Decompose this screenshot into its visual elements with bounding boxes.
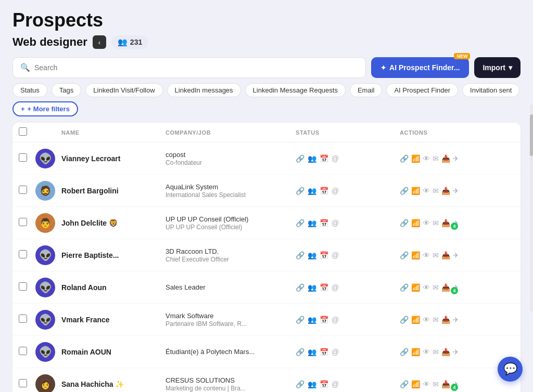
link-action-icon[interactable]: 🔗 (400, 251, 409, 259)
people-icon[interactable]: 👥 (308, 348, 316, 356)
filter-status[interactable]: Status (12, 83, 47, 97)
inbox-icon[interactable]: 📥 (441, 219, 450, 227)
email-icon[interactable]: @ (332, 251, 339, 259)
people-icon[interactable]: 👥 (308, 187, 316, 195)
eye-icon[interactable]: 👁 (423, 316, 430, 324)
eye-icon[interactable]: 👁 (423, 251, 430, 259)
link-action-icon[interactable]: 🔗 (400, 154, 409, 163)
email-icon[interactable]: @ (332, 380, 339, 388)
inbox-icon[interactable]: 📥 (441, 316, 450, 324)
link-icon[interactable]: 🔗 (296, 187, 304, 195)
filter-ai-prospect[interactable]: AI Prospect Finder (386, 83, 458, 97)
mail-icon[interactable]: ✉ (433, 154, 439, 163)
email-icon[interactable]: @ (332, 154, 339, 163)
eye-icon[interactable]: 👁 (423, 154, 430, 163)
inbox-icon[interactable]: 📥 (441, 251, 450, 259)
link-action-icon[interactable]: 🔗 (400, 316, 409, 324)
send-icon[interactable]: ✈ (453, 154, 459, 163)
rss-icon[interactable]: 📶 (411, 316, 420, 324)
row-checkbox[interactable] (19, 315, 35, 325)
rss-icon[interactable]: 📶 (411, 380, 420, 388)
more-filters-button[interactable]: + + More filters (12, 101, 78, 116)
link-action-icon[interactable]: 🔗 (400, 187, 409, 195)
link-action-icon[interactable]: 🔗 (400, 380, 409, 388)
prospect-name[interactable]: Vmark France (61, 316, 166, 324)
row-checkbox[interactable] (19, 379, 35, 389)
calendar-icon[interactable]: 📅 (320, 348, 328, 356)
row-checkbox[interactable] (19, 282, 35, 293)
ai-prospect-finder-button[interactable]: ✦ AI Prospect Finder... NEW (371, 57, 469, 78)
chat-button[interactable]: 💬 (498, 357, 523, 382)
mail-icon[interactable]: ✉ (433, 251, 439, 259)
mail-icon[interactable]: ✉ (433, 187, 439, 195)
eye-icon[interactable]: 👁 (423, 380, 430, 388)
mail-icon[interactable]: ✉ (433, 348, 439, 356)
send-icon[interactable]: ✈ (453, 187, 459, 195)
inbox-icon[interactable]: 📥 (441, 154, 450, 163)
email-icon[interactable]: @ (332, 187, 339, 195)
send-icon[interactable]: ✈ (453, 251, 459, 259)
people-icon[interactable]: 👥 (308, 380, 316, 388)
link-icon[interactable]: 🔗 (296, 316, 304, 324)
people-icon[interactable]: 👥 (308, 251, 316, 259)
send-icon[interactable]: ✈ (453, 348, 459, 356)
prospect-name[interactable]: Vianney Lecroart (61, 154, 166, 163)
eye-icon[interactable]: 👁 (423, 348, 430, 356)
calendar-icon[interactable]: 📅 (320, 283, 328, 292)
back-button[interactable]: ‹ (93, 35, 106, 49)
scrollbar-thumb[interactable] (530, 114, 533, 156)
filter-tags[interactable]: Tags (52, 83, 81, 97)
rss-icon[interactable]: 📶 (411, 219, 420, 227)
mail-icon[interactable]: ✉ (433, 316, 439, 324)
rss-icon[interactable]: 📶 (411, 348, 420, 356)
people-icon[interactable]: 👥 (308, 283, 316, 292)
mail-icon[interactable]: ✉ (433, 283, 439, 292)
calendar-icon[interactable]: 📅 (320, 219, 328, 227)
calendar-icon[interactable]: 📅 (320, 187, 328, 195)
calendar-icon[interactable]: 📅 (320, 380, 328, 388)
link-icon[interactable]: 🔗 (296, 283, 304, 292)
eye-icon[interactable]: 👁 (423, 283, 430, 292)
rss-icon[interactable]: 📶 (411, 154, 420, 163)
link-icon[interactable]: 🔗 (296, 251, 304, 259)
row-checkbox[interactable] (19, 186, 35, 196)
filter-linkedin-visit[interactable]: LinkedIn Visit/Follow (85, 83, 162, 97)
filter-email[interactable]: Email (350, 83, 383, 97)
eye-icon[interactable]: 👁 (423, 219, 430, 227)
people-icon[interactable]: 👥 (308, 219, 316, 227)
filter-invitation[interactable]: Invitation sent (462, 83, 519, 97)
calendar-icon[interactable]: 📅 (320, 154, 328, 163)
mail-icon[interactable]: ✉ (433, 219, 439, 227)
email-icon[interactable]: @ (332, 283, 339, 292)
row-checkbox[interactable] (19, 218, 35, 228)
prospect-name[interactable]: Robert Bargolini (61, 187, 166, 195)
prospect-name[interactable]: Romain AOUN (61, 348, 166, 356)
inbox-icon[interactable]: 📥 (441, 380, 450, 388)
send-icon[interactable]: ✈ (453, 316, 459, 324)
link-action-icon[interactable]: 🔗 (400, 348, 409, 356)
row-checkbox[interactable] (19, 347, 35, 357)
rss-icon[interactable]: 📶 (411, 283, 420, 292)
link-action-icon[interactable]: 🔗 (400, 283, 409, 292)
filter-linkedin-requests[interactable]: Linkedin Message Requests (245, 83, 346, 97)
people-icon[interactable]: 👥 (308, 154, 316, 163)
calendar-icon[interactable]: 📅 (320, 251, 328, 259)
mail-icon[interactable]: ✉ (433, 380, 439, 388)
search-input[interactable] (34, 63, 358, 72)
import-button[interactable]: Import ▾ (474, 57, 521, 78)
prospect-name[interactable]: Pierre Baptiste... (61, 251, 166, 259)
link-icon[interactable]: 🔗 (296, 380, 304, 388)
filter-linkedin-messages[interactable]: LinkedIn messages (167, 83, 241, 97)
prospect-name[interactable]: Roland Aoun (61, 283, 166, 292)
header-checkbox[interactable] (19, 127, 35, 138)
calendar-icon[interactable]: 📅 (320, 316, 328, 324)
prospect-name[interactable]: John Delclite 🦁 (61, 219, 166, 227)
link-icon[interactable]: 🔗 (296, 154, 304, 163)
row-checkbox[interactable] (19, 250, 35, 260)
link-icon[interactable]: 🔗 (296, 348, 304, 356)
prospect-name[interactable]: Sana Hachicha ✨ (61, 380, 166, 388)
row-checkbox[interactable] (19, 153, 35, 164)
people-icon[interactable]: 👥 (308, 316, 316, 324)
link-icon[interactable]: 🔗 (296, 219, 304, 227)
rss-icon[interactable]: 📶 (411, 187, 420, 195)
